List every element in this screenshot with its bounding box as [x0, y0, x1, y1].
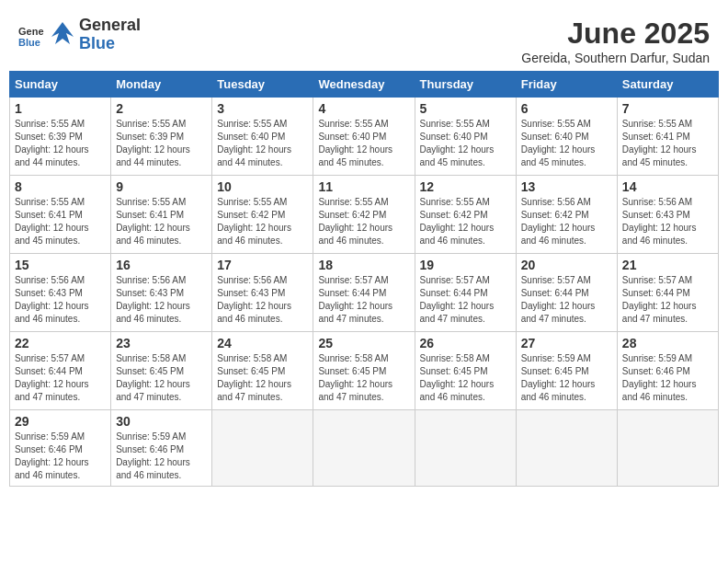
day-number: 19 [420, 258, 511, 272]
logo-bird-icon [46, 18, 79, 52]
calendar-day-cell: 30 Sunrise: 5:59 AM Sunset: 6:46 PM Dayl… [111, 410, 212, 487]
day-info: Sunrise: 5:56 AM Sunset: 6:43 PM Dayligh… [116, 274, 207, 326]
day-number: 23 [116, 336, 207, 350]
day-info: Sunrise: 5:57 AM Sunset: 6:44 PM Dayligh… [622, 274, 713, 326]
day-number: 29 [15, 414, 106, 429]
calendar-day-cell: 18 Sunrise: 5:57 AM Sunset: 6:44 PM Dayl… [313, 254, 415, 332]
calendar-week-row: 1 Sunrise: 5:55 AM Sunset: 6:39 PM Dayli… [10, 98, 719, 176]
calendar-day-cell: 2 Sunrise: 5:55 AM Sunset: 6:39 PM Dayli… [111, 98, 212, 176]
day-number: 22 [15, 336, 106, 350]
day-info: Sunrise: 5:56 AM Sunset: 6:43 PM Dayligh… [15, 274, 106, 326]
svg-text:General: General [18, 26, 44, 37]
calendar-day-cell [617, 410, 718, 487]
day-info: Sunrise: 5:55 AM Sunset: 6:42 PM Dayligh… [217, 196, 308, 247]
day-number: 26 [420, 336, 511, 350]
day-number: 2 [116, 101, 207, 116]
logo-blue-text: Blue [79, 35, 141, 53]
day-info: Sunrise: 5:57 AM Sunset: 6:44 PM Dayligh… [15, 352, 106, 404]
day-info: Sunrise: 5:55 AM Sunset: 6:41 PM Dayligh… [15, 196, 106, 247]
day-info: Sunrise: 5:57 AM Sunset: 6:44 PM Dayligh… [420, 274, 511, 326]
weekday-header-monday: Monday [111, 72, 212, 98]
calendar-day-cell: 9 Sunrise: 5:55 AM Sunset: 6:41 PM Dayli… [111, 176, 212, 254]
day-number: 30 [116, 414, 207, 429]
day-number: 6 [521, 101, 612, 116]
day-info: Sunrise: 5:57 AM Sunset: 6:44 PM Dayligh… [318, 274, 409, 326]
day-number: 10 [217, 179, 308, 194]
day-number: 16 [116, 258, 207, 272]
day-number: 25 [318, 336, 409, 350]
calendar-day-cell: 3 Sunrise: 5:55 AM Sunset: 6:40 PM Dayli… [212, 98, 313, 176]
calendar-week-row: 15 Sunrise: 5:56 AM Sunset: 6:43 PM Dayl… [10, 254, 719, 332]
calendar-day-cell: 23 Sunrise: 5:58 AM Sunset: 6:45 PM Dayl… [111, 332, 212, 410]
day-info: Sunrise: 5:58 AM Sunset: 6:45 PM Dayligh… [318, 352, 409, 404]
weekday-header-saturday: Saturday [617, 72, 718, 98]
calendar-day-cell: 24 Sunrise: 5:58 AM Sunset: 6:45 PM Dayl… [212, 332, 313, 410]
calendar-week-row: 29 Sunrise: 5:59 AM Sunset: 6:46 PM Dayl… [10, 410, 719, 487]
logo: General Blue General Blue [18, 17, 141, 53]
calendar-day-cell: 6 Sunrise: 5:55 AM Sunset: 6:40 PM Dayli… [516, 98, 617, 176]
calendar-day-cell: 1 Sunrise: 5:55 AM Sunset: 6:39 PM Dayli… [10, 98, 111, 176]
day-info: Sunrise: 5:59 AM Sunset: 6:46 PM Dayligh… [622, 352, 713, 404]
day-number: 27 [521, 336, 612, 350]
calendar-week-row: 8 Sunrise: 5:55 AM Sunset: 6:41 PM Dayli… [10, 176, 719, 254]
day-info: Sunrise: 5:55 AM Sunset: 6:41 PM Dayligh… [622, 118, 713, 169]
calendar-week-row: 22 Sunrise: 5:57 AM Sunset: 6:44 PM Dayl… [10, 332, 719, 410]
day-info: Sunrise: 5:58 AM Sunset: 6:45 PM Dayligh… [116, 352, 207, 404]
day-info: Sunrise: 5:59 AM Sunset: 6:46 PM Dayligh… [15, 431, 106, 482]
day-info: Sunrise: 5:57 AM Sunset: 6:44 PM Dayligh… [521, 274, 612, 326]
day-info: Sunrise: 5:56 AM Sunset: 6:42 PM Dayligh… [521, 196, 612, 247]
day-number: 9 [116, 179, 207, 194]
weekday-header-tuesday: Tuesday [212, 72, 313, 98]
day-info: Sunrise: 5:59 AM Sunset: 6:45 PM Dayligh… [521, 352, 612, 404]
day-info: Sunrise: 5:55 AM Sunset: 6:42 PM Dayligh… [318, 196, 409, 247]
calendar-day-cell [415, 410, 516, 487]
logo-icon: General Blue [18, 22, 44, 48]
calendar-day-cell: 26 Sunrise: 5:58 AM Sunset: 6:45 PM Dayl… [415, 332, 516, 410]
calendar-day-cell: 20 Sunrise: 5:57 AM Sunset: 6:44 PM Dayl… [516, 254, 617, 332]
calendar-day-cell: 5 Sunrise: 5:55 AM Sunset: 6:40 PM Dayli… [415, 98, 516, 176]
calendar-day-cell: 28 Sunrise: 5:59 AM Sunset: 6:46 PM Dayl… [617, 332, 718, 410]
day-number: 3 [217, 101, 308, 116]
day-number: 17 [217, 258, 308, 272]
day-number: 4 [318, 101, 409, 116]
calendar-title-area: June 2025 Gereida, Southern Darfur, Suda… [521, 17, 710, 65]
svg-text:Blue: Blue [18, 37, 40, 48]
day-number: 28 [622, 336, 713, 350]
day-number: 7 [622, 101, 713, 116]
calendar-day-cell: 25 Sunrise: 5:58 AM Sunset: 6:45 PM Dayl… [313, 332, 415, 410]
svg-marker-2 [51, 22, 74, 44]
day-info: Sunrise: 5:55 AM Sunset: 6:42 PM Dayligh… [420, 196, 511, 247]
day-number: 24 [217, 336, 308, 350]
day-info: Sunrise: 5:56 AM Sunset: 6:43 PM Dayligh… [622, 196, 713, 247]
day-number: 8 [15, 179, 106, 194]
calendar-day-cell: 17 Sunrise: 5:56 AM Sunset: 6:43 PM Dayl… [212, 254, 313, 332]
day-info: Sunrise: 5:58 AM Sunset: 6:45 PM Dayligh… [420, 352, 511, 404]
calendar-day-cell: 19 Sunrise: 5:57 AM Sunset: 6:44 PM Dayl… [415, 254, 516, 332]
day-info: Sunrise: 5:56 AM Sunset: 6:43 PM Dayligh… [217, 274, 308, 326]
weekday-header-friday: Friday [516, 72, 617, 98]
day-number: 5 [420, 101, 511, 116]
calendar-day-cell: 14 Sunrise: 5:56 AM Sunset: 6:43 PM Dayl… [617, 176, 718, 254]
page-header: General Blue General Blue June 2025 Gere… [9, 9, 719, 71]
calendar-day-cell: 16 Sunrise: 5:56 AM Sunset: 6:43 PM Dayl… [111, 254, 212, 332]
calendar-day-cell: 13 Sunrise: 5:56 AM Sunset: 6:42 PM Dayl… [516, 176, 617, 254]
day-info: Sunrise: 5:58 AM Sunset: 6:45 PM Dayligh… [217, 352, 308, 404]
day-number: 12 [420, 179, 511, 194]
day-info: Sunrise: 5:55 AM Sunset: 6:40 PM Dayligh… [420, 118, 511, 169]
calendar-day-cell: 12 Sunrise: 5:55 AM Sunset: 6:42 PM Dayl… [415, 176, 516, 254]
day-number: 21 [622, 258, 713, 272]
calendar-day-cell [313, 410, 415, 487]
day-info: Sunrise: 5:55 AM Sunset: 6:40 PM Dayligh… [318, 118, 409, 169]
location-title: Gereida, Southern Darfur, Sudan [521, 51, 710, 65]
calendar-day-cell: 27 Sunrise: 5:59 AM Sunset: 6:45 PM Dayl… [516, 332, 617, 410]
calendar-day-cell: 8 Sunrise: 5:55 AM Sunset: 6:41 PM Dayli… [10, 176, 111, 254]
weekday-header-wednesday: Wednesday [313, 72, 415, 98]
calendar-day-cell: 22 Sunrise: 5:57 AM Sunset: 6:44 PM Dayl… [10, 332, 111, 410]
calendar-day-cell: 29 Sunrise: 5:59 AM Sunset: 6:46 PM Dayl… [10, 410, 111, 487]
weekday-header-thursday: Thursday [415, 72, 516, 98]
day-info: Sunrise: 5:55 AM Sunset: 6:39 PM Dayligh… [15, 118, 106, 169]
day-info: Sunrise: 5:55 AM Sunset: 6:40 PM Dayligh… [217, 118, 308, 169]
calendar-day-cell: 11 Sunrise: 5:55 AM Sunset: 6:42 PM Dayl… [313, 176, 415, 254]
calendar-day-cell: 4 Sunrise: 5:55 AM Sunset: 6:40 PM Dayli… [313, 98, 415, 176]
calendar-table: SundayMondayTuesdayWednesdayThursdayFrid… [9, 71, 719, 487]
